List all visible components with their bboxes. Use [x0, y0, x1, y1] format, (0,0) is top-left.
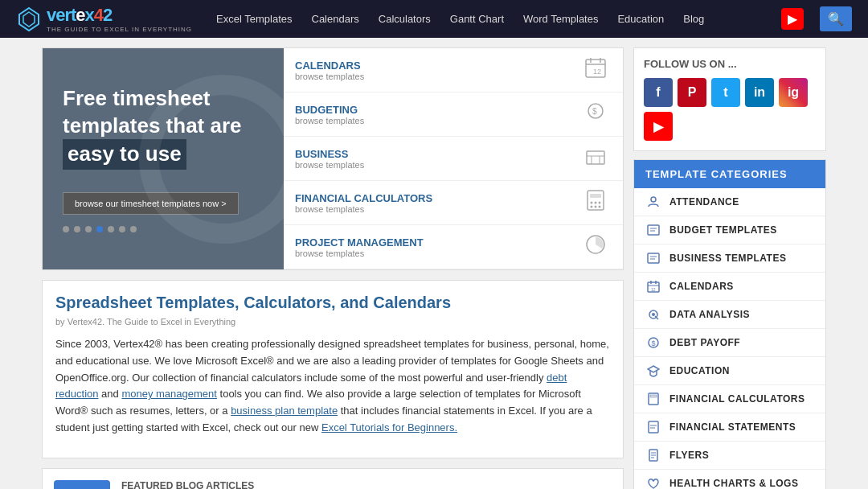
social-pinterest[interactable]: P — [678, 78, 706, 107]
cat-flyers[interactable]: FLYERS — [634, 442, 825, 470]
social-linkedin[interactable]: in — [745, 78, 774, 107]
cat-financial-calc-icon — [645, 391, 661, 407]
dot-6[interactable] — [119, 226, 125, 232]
hero-section: Free timesheet templates that are easy t… — [42, 47, 624, 270]
link-excel-tutorials[interactable]: Excel Tutorials for Beginners. — [321, 421, 457, 434]
nav-calendars[interactable]: Calendars — [304, 8, 367, 30]
youtube-button[interactable]: ▶ — [781, 8, 804, 30]
cat-business-templates[interactable]: BUSINESS TEMPLATES — [634, 244, 825, 273]
cat-financial-calculators[interactable]: FINANCIAL CALCULATORS — [634, 385, 825, 413]
svg-point-20 — [599, 206, 601, 208]
blog-heading: featured blog articles — [121, 480, 299, 489]
cat-education[interactable]: EDUCATION — [634, 357, 825, 385]
svg-point-16 — [595, 202, 597, 204]
social-instagram[interactable]: ig — [779, 78, 808, 107]
article-body: Since 2003, Vertex42® has been creating … — [55, 336, 610, 437]
svg-text:12: 12 — [651, 287, 656, 292]
tile-calendars[interactable]: CALENDARS browse templates 12 — [284, 48, 623, 92]
tile-business[interactable]: BUSINESS browse templates — [284, 137, 623, 181]
nav-education[interactable]: Education — [609, 8, 672, 30]
svg-point-35 — [652, 313, 655, 316]
cat-health-icon — [645, 475, 661, 489]
categories-box: TEMPLATE CATEGORIES ATTENDANCE BUDGET TE… — [633, 159, 826, 489]
tile-project-management[interactable]: PROJECT MANAGEMENT browse templates — [284, 225, 623, 269]
cat-attendance[interactable]: ATTENDANCE — [634, 188, 825, 216]
cat-fin-calc-label: FINANCIAL CALCULATORS — [669, 393, 805, 405]
link-business-plan[interactable]: business plan template — [231, 405, 338, 417]
cat-data-icon — [645, 306, 661, 323]
cat-budget-icon — [645, 222, 661, 238]
dot-5[interactable] — [108, 226, 114, 232]
svg-marker-1 — [23, 12, 35, 27]
social-twitter[interactable]: t — [711, 78, 740, 107]
nav-gantt-chart[interactable]: Gantt Chart — [442, 8, 512, 30]
cat-financial-statements[interactable]: FINANCIAL STATEMENTS — [634, 413, 825, 442]
svg-point-19 — [595, 206, 597, 208]
svg-text:$: $ — [592, 107, 597, 116]
cat-calendars-icon: 12 — [645, 278, 661, 294]
follow-title: FOLLOW US ON ... — [644, 58, 816, 70]
tile-project-icon — [579, 233, 612, 261]
svg-marker-39 — [648, 366, 659, 372]
svg-rect-9 — [587, 151, 604, 164]
blog-logo: blog — [54, 480, 110, 489]
cat-data-analysis[interactable]: DATA ANALYSIS — [634, 301, 825, 329]
hero-cta-button[interactable]: browse our timesheet templates now > — [63, 192, 239, 215]
dot-7[interactable] — [130, 226, 137, 232]
sidebar: FOLLOW US ON ... f P t in ig ▶ TEMPLATE … — [633, 47, 826, 489]
cat-calendars-label: CALENDARS — [669, 281, 734, 292]
cat-health-label: HEALTH CHARTS & LOGS — [669, 478, 798, 489]
tile-financial-calc-icon — [579, 189, 612, 216]
nav-calculators[interactable]: Calculators — [371, 8, 439, 30]
cat-business-icon — [645, 250, 661, 266]
logo-tagline: THE GUIDE TO EXCEL IN EVERYTHING — [47, 26, 192, 33]
nav-word-templates[interactable]: Word Templates — [515, 8, 606, 30]
cat-health-charts[interactable]: HEALTH CHARTS & LOGS — [634, 470, 825, 489]
svg-text:12: 12 — [593, 68, 601, 76]
svg-text:$: $ — [652, 339, 656, 347]
dot-3[interactable] — [85, 226, 92, 232]
cat-flyers-icon — [645, 447, 661, 463]
cat-budget-label: BUDGET TEMPLATES — [669, 224, 777, 236]
social-facebook[interactable]: f — [644, 78, 673, 107]
blog-section: blog featured blog articles New LAMBDA F… — [42, 468, 624, 489]
cat-budget-templates[interactable]: BUDGET TEMPLATES — [634, 216, 825, 244]
cat-business-label: BUSINESS TEMPLATES — [669, 253, 786, 264]
tile-financial-calculators[interactable]: FINANCIAL CALCULATORS browse templates — [284, 181, 623, 225]
svg-point-15 — [591, 202, 593, 204]
cat-attendance-icon — [645, 194, 661, 210]
social-youtube[interactable]: ▶ — [644, 112, 673, 141]
content-area: Free timesheet templates that are easy t… — [42, 47, 624, 489]
svg-rect-26 — [648, 253, 659, 263]
nav-excel-templates[interactable]: Excel Templates — [208, 8, 300, 30]
tile-budgeting[interactable]: BUDGETING browse templates $ — [284, 92, 623, 137]
categories-title: TEMPLATE CATEGORIES — [634, 160, 825, 188]
cat-debt-icon: $ — [645, 335, 661, 351]
hero-title: Free timesheet templates that are easy t… — [63, 85, 264, 170]
cat-education-label: EDUCATION — [669, 365, 730, 376]
tile-calendars-icon: 12 — [579, 56, 612, 84]
cat-attendance-label: ATTENDANCE — [669, 196, 739, 208]
tile-business-icon — [579, 145, 612, 172]
article-section: Spreadsheet Templates, Calculators, and … — [42, 280, 624, 458]
dot-2[interactable] — [74, 226, 80, 232]
hero-tiles: CALENDARS browse templates 12 BUDGETING … — [284, 48, 623, 269]
cat-calendars[interactable]: 12 CALENDARS — [634, 273, 825, 301]
main-wrapper: Free timesheet templates that are easy t… — [32, 38, 836, 489]
link-money-management[interactable]: money management — [121, 388, 217, 400]
logo-wrapper[interactable]: vertex42 THE GUIDE TO EXCEL IN EVERYTHIN… — [16, 5, 192, 33]
social-icons: f P t in ig ▶ — [644, 78, 816, 141]
hero-dots — [63, 226, 264, 232]
article-heading: Spreadsheet Templates, Calculators, and … — [55, 294, 610, 312]
svg-rect-14 — [590, 194, 601, 198]
search-button[interactable]: 🔍 — [820, 6, 852, 31]
cat-fin-stmt-icon — [645, 419, 661, 435]
cat-debt-label: DEBT PAYOFF — [669, 337, 740, 348]
svg-point-17 — [599, 202, 601, 204]
cat-debt-payoff[interactable]: $ DEBT PAYOFF — [634, 329, 825, 357]
nav-blog[interactable]: Blog — [675, 8, 712, 30]
dot-1[interactable] — [63, 226, 69, 232]
svg-rect-41 — [650, 395, 657, 397]
dot-4[interactable] — [96, 226, 103, 232]
header: vertex42 THE GUIDE TO EXCEL IN EVERYTHIN… — [0, 0, 868, 38]
